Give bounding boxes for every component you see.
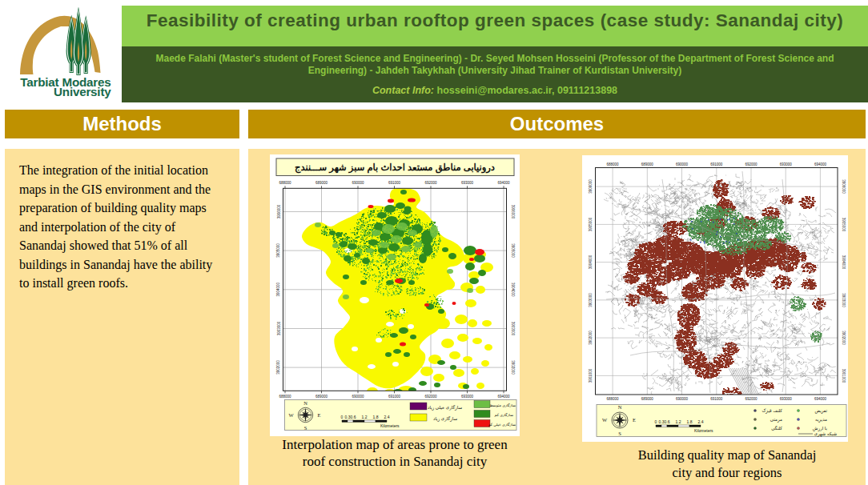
- svg-text:N: N: [618, 404, 622, 410]
- svg-text:تعریض: تعریض: [815, 408, 828, 414]
- svg-text:0: 0: [655, 419, 657, 424]
- svg-text:693000: 693000: [780, 162, 793, 166]
- svg-text:693000: 693000: [461, 395, 474, 399]
- svg-text:E: E: [633, 417, 636, 423]
- svg-text:3902000: 3902000: [842, 331, 846, 345]
- svg-text:مدیریه: مدیریه: [815, 417, 827, 423]
- svg-text:3905000: 3905000: [511, 243, 515, 258]
- svg-text:2.4: 2.4: [698, 419, 704, 424]
- svg-text:W: W: [602, 417, 608, 423]
- svg-text:690000: 690000: [352, 395, 364, 399]
- svg-text:سازگاری کم: سازگاری کم: [495, 412, 514, 418]
- svg-text:3901000: 3901000: [589, 368, 593, 383]
- svg-text:0.6: 0.6: [351, 415, 356, 419]
- svg-text:690000: 690000: [676, 162, 689, 166]
- svg-text:3904000: 3904000: [842, 255, 846, 270]
- svg-text:689000: 689000: [315, 395, 328, 399]
- svg-text:692000: 692000: [745, 397, 757, 401]
- svg-text:690000: 690000: [352, 181, 364, 185]
- svg-text:1.8: 1.8: [687, 419, 693, 424]
- svg-text:3903000: 3903000: [277, 321, 281, 335]
- svg-text:شبکه شهری: شبکه شهری: [814, 431, 838, 437]
- svg-text:Kilometers: Kilometers: [694, 428, 713, 433]
- svg-text:S: S: [618, 431, 621, 436]
- svg-text:2.4: 2.4: [384, 415, 390, 419]
- svg-text:مرمتی: مرمتی: [770, 417, 782, 423]
- svg-text:692000: 692000: [745, 162, 757, 166]
- svg-text:688000: 688000: [607, 397, 620, 401]
- svg-text:کلنگی: کلنگی: [771, 426, 782, 431]
- svg-text:3903000: 3903000: [842, 293, 846, 307]
- svg-text:1.2: 1.2: [362, 415, 368, 419]
- svg-text:689000: 689000: [315, 181, 328, 185]
- svg-text:0.6: 0.6: [665, 419, 670, 424]
- svg-text:3905000: 3905000: [842, 218, 846, 232]
- svg-text:694000: 694000: [814, 162, 827, 166]
- svg-text:1.2: 1.2: [676, 419, 681, 424]
- svg-text:3901000: 3901000: [842, 369, 846, 383]
- svg-text:691000: 691000: [388, 395, 401, 399]
- svg-text:1.8: 1.8: [373, 415, 379, 419]
- svg-text:3906000: 3906000: [511, 205, 515, 219]
- svg-text:سازگاری زیاد: سازگاری زیاد: [433, 416, 457, 422]
- svg-text:3906000: 3906000: [842, 179, 846, 194]
- svg-text:688000: 688000: [607, 162, 620, 166]
- svg-text:سازگاری متوسط: سازگاری متوسط: [489, 403, 516, 407]
- svg-text:688000: 688000: [279, 181, 291, 185]
- svg-text:سازگاری خیلی کم: سازگاری خیلی کم: [488, 422, 516, 427]
- svg-text:کلنف قیزک: کلنف قیزک: [762, 408, 782, 414]
- svg-text:693000: 693000: [461, 181, 474, 185]
- svg-text:691000: 691000: [710, 162, 723, 166]
- svg-text:3905000: 3905000: [589, 217, 593, 231]
- svg-text:درونیابی مناطق مستعد احداث بام: درونیابی مناطق مستعد احداث بام سبز شهر س…: [295, 162, 495, 174]
- svg-text:3906000: 3906000: [277, 204, 281, 218]
- svg-text:694000: 694000: [497, 181, 510, 185]
- svg-text:3902000: 3902000: [277, 360, 281, 375]
- svg-text:سازگاری خیلی زیاد: سازگاری خیلی زیاد: [428, 405, 462, 411]
- svg-text:690000: 690000: [676, 397, 689, 401]
- svg-text:University: University: [54, 85, 111, 98]
- svg-text:689000: 689000: [641, 397, 654, 401]
- svg-text:3905000: 3905000: [277, 243, 281, 258]
- svg-text:3904000: 3904000: [589, 255, 593, 269]
- svg-text:3904000: 3904000: [511, 283, 515, 297]
- svg-text:694000: 694000: [814, 397, 827, 401]
- svg-text:691000: 691000: [710, 397, 723, 401]
- svg-text:0: 0: [341, 415, 344, 419]
- svg-text:N: N: [303, 400, 307, 406]
- svg-text:S: S: [304, 425, 307, 431]
- svg-text:693000: 693000: [780, 397, 793, 401]
- svg-text:Kilometers: Kilometers: [380, 423, 400, 428]
- svg-text:689000: 689000: [641, 162, 654, 166]
- svg-text:691000: 691000: [388, 181, 401, 185]
- svg-text:3906000: 3906000: [589, 179, 593, 194]
- svg-text:3904000: 3904000: [277, 283, 281, 297]
- svg-text:E: E: [318, 412, 321, 418]
- svg-text:3902000: 3902000: [511, 360, 515, 375]
- svg-text:3903000: 3903000: [589, 293, 593, 307]
- svg-text:3902000: 3902000: [589, 331, 593, 345]
- svg-text:694000: 694000: [497, 395, 510, 399]
- svg-text:692000: 692000: [424, 395, 437, 399]
- svg-text:W: W: [288, 412, 294, 418]
- svg-text:3903000: 3903000: [511, 322, 515, 336]
- svg-text:692000: 692000: [424, 181, 437, 185]
- svg-text:688000: 688000: [279, 395, 291, 399]
